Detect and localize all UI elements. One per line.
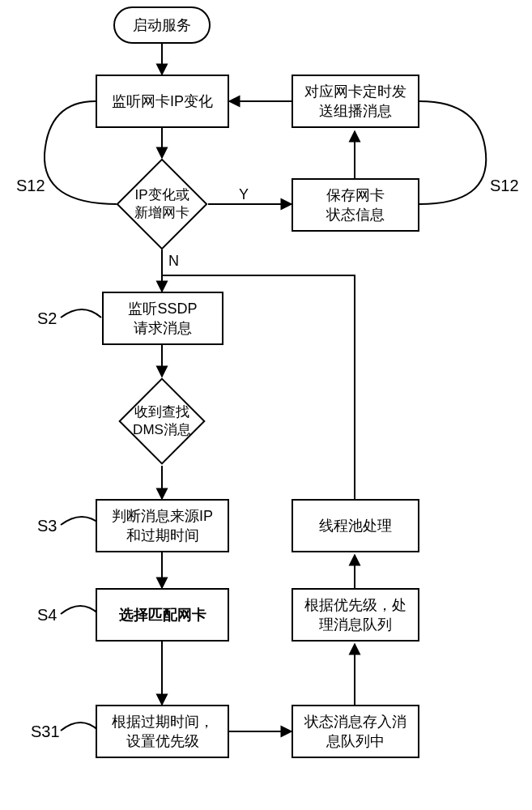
branch-y-label: Y <box>239 186 249 203</box>
tag-s31: S31 <box>31 723 60 741</box>
ssdp-l2: 请求消息 <box>134 318 192 338</box>
node-listen-ip-label: 监听网卡IP变化 <box>112 92 213 111</box>
set-pri-l2: 设置优先级 <box>126 731 199 751</box>
save-state-l1: 保存网卡 <box>326 185 385 205</box>
node-start: 启动服务 <box>113 6 211 44</box>
node-listen-ssdp: 监听SSDP 请求消息 <box>102 292 223 345</box>
ssdp-l1: 监听SSDP <box>128 299 197 318</box>
node-by-priority: 根据优先级，处 理消息队列 <box>292 588 419 642</box>
tag-s4: S4 <box>37 606 57 625</box>
dms-l2: DMS消息 <box>133 422 191 437</box>
node-threadpool: 线程池处理 <box>292 499 419 552</box>
node-judge: 判断消息来源IP 和过期时间 <box>96 499 229 552</box>
node-start-label: 启动服务 <box>133 15 191 35</box>
enqueue-l1: 状态消息存入消 <box>304 712 406 731</box>
select-nic-label: 选择匹配网卡 <box>119 605 206 625</box>
save-state-l2: 状态信息 <box>326 205 385 224</box>
tag-s12-left: S12 <box>16 177 45 195</box>
flow-connectors <box>0 0 532 810</box>
tag-s2: S2 <box>37 309 57 328</box>
node-listen-ip: 监听网卡IP变化 <box>96 75 229 128</box>
node-set-priority: 根据过期时间， 设置优先级 <box>96 705 229 758</box>
judge-l2: 和过期时间 <box>126 526 199 545</box>
node-dms-decision: 收到查找 DMS消息 <box>131 390 193 452</box>
node-timed-l2: 送组播消息 <box>319 101 392 121</box>
judge-l1: 判断消息来源IP <box>112 506 213 526</box>
node-save-state: 保存网卡 状态信息 <box>292 178 419 232</box>
enqueue-l2: 息队列中 <box>326 731 385 751</box>
tag-s3: S3 <box>37 517 57 535</box>
set-pri-l1: 根据过期时间， <box>112 712 214 731</box>
tag-s12-right: S12 <box>490 177 519 195</box>
dms-l1: 收到查找 <box>134 404 189 420</box>
by-pri-l1: 根据优先级，处 <box>304 595 406 615</box>
node-timed-multicast: 对应网卡定时发 送组播消息 <box>292 75 419 128</box>
ip-change-l1: IP变化或 <box>134 187 189 202</box>
branch-n-label: N <box>168 253 179 270</box>
node-timed-l1: 对应网卡定时发 <box>304 82 406 101</box>
by-pri-l2: 理消息队列 <box>319 615 392 634</box>
node-ip-change-decision: IP变化或 新增网卡 <box>130 172 194 237</box>
node-select-nic: 选择匹配网卡 <box>96 588 229 642</box>
ip-change-l2: 新增网卡 <box>134 205 189 220</box>
threadpool-label: 线程池处理 <box>319 516 392 535</box>
node-enqueue: 状态消息存入消 息队列中 <box>292 705 419 758</box>
